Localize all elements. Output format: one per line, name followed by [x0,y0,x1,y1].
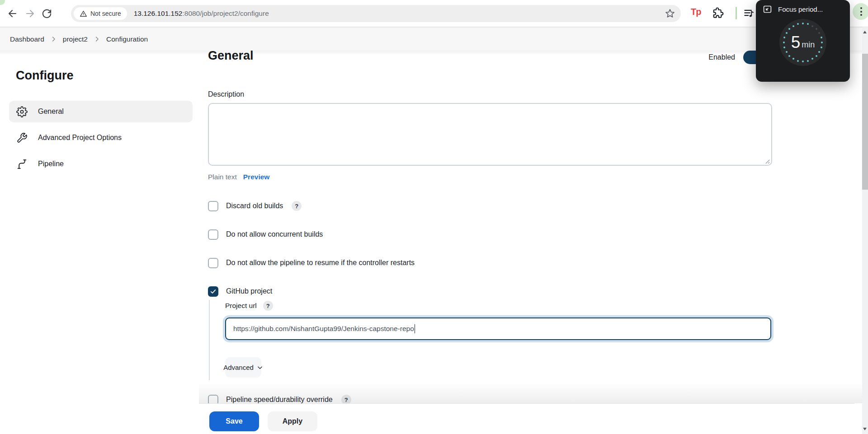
theme-corner-accent [0,0,5,5]
plain-text-label: Plain text [208,173,237,181]
back-button[interactable] [4,5,21,22]
help-button[interactable]: ? [292,201,302,211]
toolbar-divider [736,7,737,19]
forward-icon [24,8,35,19]
pipeline-icon [16,159,28,170]
scrollbar-thumb[interactable] [862,54,868,190]
text-caret [415,324,415,333]
breadcrumb: Dashboard project2 Configuration [0,27,862,51]
checkbox-row-pipeline-resume: Do not allow the pipeline to resume if t… [208,257,772,269]
pipeline-resume-checkbox[interactable] [208,258,218,268]
chevron-down-icon [257,364,263,371]
checkbox-row-concurrent-builds: Do not allow concurrent builds [208,229,772,240]
site-security-chip[interactable]: Not secure [74,7,127,20]
focus-minutes-value: 5 [791,33,801,52]
focus-period-widget[interactable]: Focus period... 5 min [756,0,850,82]
description-label: Description [208,90,772,98]
concurrent-builds-checkbox[interactable] [208,229,218,240]
project-url-value: https://github.com/NishantGupta99/Jenkin… [233,325,414,333]
project-url-label: Project url [225,302,257,310]
scrollbar-up-arrow[interactable] [863,31,867,33]
focus-timer-circle: 5 min [779,19,826,66]
chevron-right-icon [94,36,100,42]
bookmark-star-button[interactable] [665,8,675,19]
indent-guide-line [209,300,210,380]
sidebar-item-label: Pipeline [38,160,64,168]
menu-dot [860,7,862,9]
github-project-group: Project url ? https://github.com/Nishant… [208,297,772,378]
sidebar-item-label: Advanced Project Options [38,134,122,142]
breadcrumb-project2[interactable]: project2 [63,35,88,43]
scrollbar-down-arrow[interactable] [863,428,867,430]
picture-in-picture-icon [763,5,772,14]
menu-dot [860,14,862,16]
focus-minutes-unit: min [802,40,815,50]
chevron-right-icon [50,36,57,42]
checkbox-label: GitHub project [226,287,272,295]
help-button[interactable]: ? [263,301,273,311]
config-sidebar: Configure General Advanced Project Optio… [9,51,193,179]
checkbox-label: Do not allow concurrent builds [226,230,323,238]
gear-icon [16,106,28,117]
focus-widget-title: Focus period... [778,5,823,13]
browser-menu-button[interactable] [853,3,868,20]
description-textarea[interactable] [208,103,772,166]
apply-button[interactable]: Apply [268,411,317,431]
address-bar[interactable]: Not secure 13.126.101.152:8080/job/proje… [71,5,681,22]
project-url-input[interactable]: https://github.com/NishantGupta99/Jenkin… [225,317,771,340]
sidebar-item-advanced-project-options[interactable]: Advanced Project Options [9,127,193,149]
checkbox-label: Discard old builds [226,202,283,210]
general-config-section: General Enabled Description Plain text P… [208,51,772,406]
bottom-action-bar: Save Apply [0,403,862,434]
checkbox-row-github-project: GitHub project [208,285,772,297]
warning-icon [80,10,87,18]
preview-link[interactable]: Preview [243,173,270,181]
sidebar-item-pipeline[interactable]: Pipeline [9,153,193,175]
discard-old-builds-checkbox[interactable] [208,201,218,211]
extensions-button[interactable] [712,7,724,19]
checkbox-row-discard-old-builds: Discard old builds ? [208,200,772,212]
breadcrumb-dashboard[interactable]: Dashboard [10,35,44,43]
url-text: 13.126.101.152:8080/job/project2/configu… [134,9,269,18]
url-path: :8080/job/project2/configure [182,9,269,17]
star-icon [665,8,675,19]
puzzle-icon [712,7,724,19]
tp-extension-button[interactable]: Tp [691,7,701,17]
page-scrollbar[interactable] [862,27,868,434]
browser-toolbar: Not secure 13.126.101.152:8080/job/proje… [0,0,868,27]
resize-handle-icon[interactable] [765,159,770,164]
forward-button[interactable] [21,5,38,22]
back-icon [7,8,18,19]
wrench-icon [16,132,28,144]
sidebar-title: Configure [16,69,193,83]
url-host: 13.126.101.152 [134,9,183,17]
reload-icon [42,9,52,19]
menu-dot [860,11,862,13]
sidebar-item-general[interactable]: General [9,101,193,122]
media-control-button[interactable] [743,7,755,19]
save-button[interactable]: Save [209,411,259,431]
not-secure-label: Not secure [90,10,121,17]
breadcrumb-shadow [0,51,862,55]
playlist-icon [743,7,755,19]
sidebar-list: General Advanced Project Options Pipelin… [9,101,193,175]
bottom-bar-divider [199,403,854,404]
checkbox-label: Pipeline speed/durability override [226,396,333,404]
sidebar-item-label: General [38,107,64,116]
breadcrumb-configuration[interactable]: Configuration [106,35,148,43]
github-project-checkbox[interactable] [208,286,218,297]
reload-button[interactable] [38,5,55,22]
checkbox-label: Do not allow the pipeline to resume if t… [226,259,415,267]
advanced-button-label: Advanced [223,364,254,371]
advanced-button[interactable]: Advanced [225,357,261,378]
